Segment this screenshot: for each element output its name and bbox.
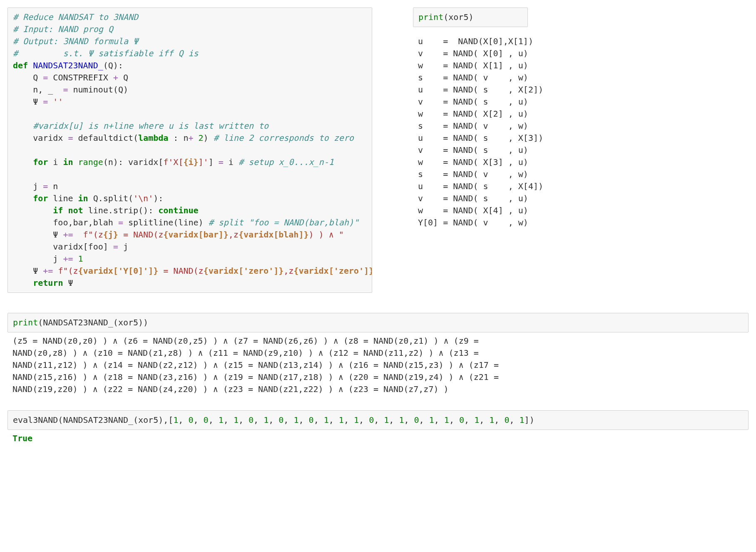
code-cell-print-nandsat23nand-xor5[interactable]: print(NANDSAT23NAND_(xor5)) xyxy=(7,313,749,332)
code-cell-print-xor5[interactable]: print(xor5) xyxy=(413,7,528,27)
code-cell-eval3nand[interactable]: eval3NAND(NANDSAT23NAND_(xor5),[1, 0, 0,… xyxy=(7,410,749,430)
output-3nand-formula: (z5 = NAND(z0,z0) ) ∧ (z6 = NAND(z0,z5) … xyxy=(7,332,538,398)
code-cell-nandsat23nand[interactable]: # Reduce NANDSAT to 3NAND # Input: NAND … xyxy=(7,7,372,293)
output-xor5: u = NAND(X[0],X[1]) v = NAND( X[0] , u) … xyxy=(413,34,548,230)
output-eval3nand: True xyxy=(7,430,538,447)
